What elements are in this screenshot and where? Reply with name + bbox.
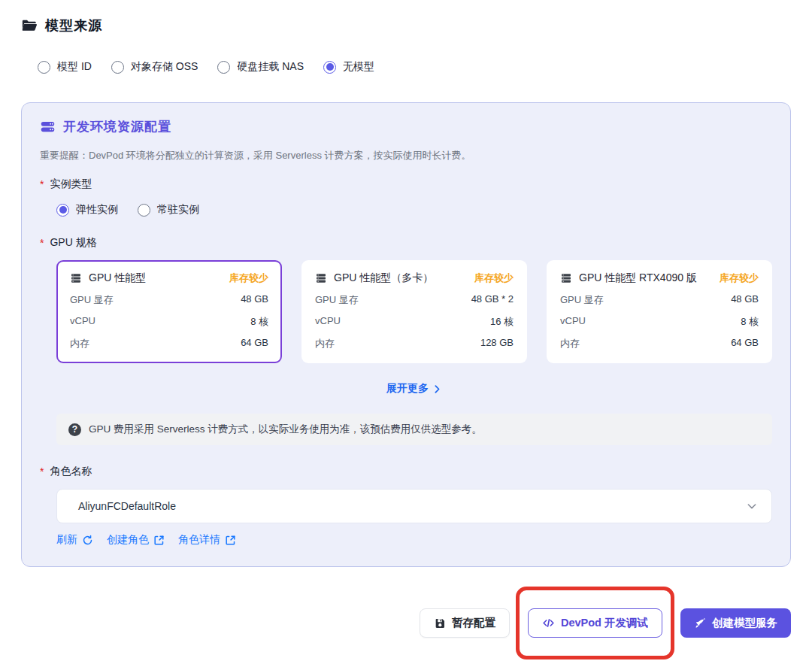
chevron-down-icon: [746, 500, 758, 512]
low-stock-badge: 库存较少: [229, 271, 268, 285]
low-stock-badge: 库存较少: [720, 271, 759, 285]
role-name-label: 角色名称: [50, 465, 92, 478]
gpu-card-rtx4090[interactable]: GPU 性能型 RTX4090 版 库存较少 GPU 显存48 GB vCPU8…: [547, 260, 772, 363]
required-marker: *: [40, 177, 44, 191]
external-link-icon: [153, 535, 165, 546]
code-icon: [542, 617, 555, 629]
annotation-highlight: DevPod 开发调试: [516, 587, 674, 659]
server-icon: [315, 272, 327, 284]
page-title: 模型来源: [45, 17, 102, 35]
refresh-link[interactable]: 刷新: [56, 533, 93, 547]
radio-resident-instance[interactable]: 常驻实例: [138, 203, 199, 217]
field-gpu-spec: * GPU 规格 GPU 性能型 库存较少: [40, 236, 772, 445]
low-stock-badge: 库存较少: [474, 271, 514, 285]
panel-title: 开发环境资源配置: [63, 118, 171, 135]
gpu-card-performance[interactable]: GPU 性能型 库存较少 GPU 显存48 GB vCPU8 核 内存64 GB: [56, 260, 282, 363]
question-circle-icon: ?: [68, 423, 81, 436]
radio-selected-icon[interactable]: [323, 61, 336, 74]
instance-type-label: 实例类型: [50, 177, 92, 191]
radio-selected-icon[interactable]: [56, 204, 69, 217]
radio-oss[interactable]: 对象存储 OSS: [111, 60, 198, 74]
fee-tip-text: GPU 费用采用 Serverless 计费方式，以实际业务使用为准，该预估费用…: [89, 423, 482, 436]
radio-model-id[interactable]: 模型 ID: [38, 60, 92, 74]
gpu-cards-row: GPU 性能型 库存较少 GPU 显存48 GB vCPU8 核 内存64 GB: [56, 260, 772, 363]
radio-nas[interactable]: 硬盘挂载 NAS: [217, 60, 304, 74]
save-icon: [434, 617, 446, 629]
rocket-icon: [694, 617, 706, 629]
gpu-spec-label: GPU 规格: [50, 236, 96, 250]
required-marker: *: [40, 236, 44, 250]
panel-title-row: 开发环境资源配置: [40, 118, 772, 135]
chevron-right-icon: [432, 384, 442, 394]
radio-elastic-instance[interactable]: 弹性实例: [56, 203, 118, 217]
field-instance-type: * 实例类型 弹性实例 常驻实例: [40, 177, 772, 217]
fee-tip-bar: ? GPU 费用采用 Serverless 计费方式，以实际业务使用为准，该预估…: [56, 414, 772, 445]
role-links-row: 刷新 创建角色 角色详情: [56, 533, 772, 547]
external-link-icon: [225, 535, 236, 546]
radio-icon[interactable]: [138, 204, 150, 217]
dev-env-config-panel: 开发环境资源配置 重要提醒：DevPod 环境将分配独立的计算资源，采用 Ser…: [21, 102, 791, 567]
server-stack-icon: [40, 119, 56, 135]
radio-no-model[interactable]: 无模型: [323, 60, 374, 74]
field-role-name: * 角色名称 AliyunFCDefaultRole 刷新: [40, 465, 772, 547]
gpu-card-performance-multi[interactable]: GPU 性能型（多卡） 库存较少 GPU 显存48 GB * 2 vCPU16 …: [301, 260, 527, 363]
radio-icon[interactable]: [38, 61, 50, 74]
role-detail-link[interactable]: 角色详情: [178, 533, 236, 547]
server-icon: [70, 272, 82, 284]
create-role-link[interactable]: 创建角色: [107, 533, 165, 547]
create-model-service-button[interactable]: 创建模型服务: [680, 608, 791, 638]
server-icon: [560, 272, 572, 284]
devpod-debug-button[interactable]: DevPod 开发调试: [528, 608, 662, 638]
required-marker: *: [40, 465, 44, 478]
panel-notice: 重要提醒：DevPod 环境将分配独立的计算资源，采用 Serverless 计…: [40, 149, 772, 162]
footer-actions: 暂存配置 DevPod 开发调试 创建模型服务: [21, 587, 791, 659]
radio-icon[interactable]: [217, 61, 230, 74]
folder-icon: [21, 17, 38, 34]
role-select[interactable]: AliyunFCDefaultRole: [56, 489, 772, 523]
save-draft-button[interactable]: 暂存配置: [420, 608, 510, 638]
page-header: 模型来源: [0, 0, 812, 35]
role-select-value: AliyunFCDefaultRole: [78, 500, 176, 512]
radio-icon[interactable]: [111, 61, 124, 74]
expand-more-link[interactable]: 展开更多: [386, 382, 442, 396]
model-source-radio-group: 模型 ID 对象存储 OSS 硬盘挂载 NAS 无模型: [38, 60, 812, 74]
refresh-icon: [82, 535, 93, 546]
